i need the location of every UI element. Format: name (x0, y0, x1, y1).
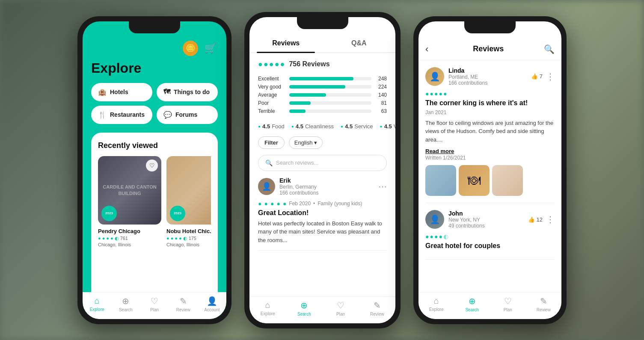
reviewer2-row-linda: 👤 Linda Portland, ME 166 contributions 👍 (425, 67, 555, 86)
bar-num-average: 140 (375, 92, 387, 98)
like-count-linda: 7 (540, 73, 543, 80)
nav-account[interactable]: 👤 Account (198, 296, 226, 312)
reviewer2-info-john: John New York, NY 49 contributions (448, 210, 528, 229)
search-bar[interactable]: 🔍 Search reviews... (258, 155, 387, 171)
restaurants-button[interactable]: 🍴 Restaurants (91, 106, 152, 124)
star2: ● (171, 236, 174, 241)
detail-title: Reviews (433, 44, 544, 53)
like-row-linda[interactable]: 👍 7 (531, 73, 543, 80)
bar-excellent: Excellent 248 (258, 76, 387, 82)
fork-icon: 🍴 (98, 111, 107, 119)
hotel-name-2: Nobu Hotel Chic... (166, 228, 211, 234)
nav-plan[interactable]: ♡ Plan (140, 296, 169, 312)
review-triptype-erik: Family (young kids) (318, 201, 362, 207)
review2-text-linda: The floor to ceiling windows are just am… (425, 119, 555, 144)
nav3-search-label: Search (465, 307, 479, 312)
bar-num-excellent: 248 (375, 76, 387, 82)
bar-label-excellent: Excellent (258, 76, 286, 82)
like-row-john[interactable]: 👍 12 (528, 216, 543, 223)
filter-button[interactable]: Filter (258, 136, 285, 149)
bar-num-verygood: 224 (375, 84, 387, 90)
tab-qa[interactable]: Q&A (323, 34, 396, 52)
chevron-down-icon: ▾ (314, 139, 317, 146)
more-button-john[interactable]: ⋮ (546, 214, 555, 225)
avatar-img-erik: 👤 (258, 178, 275, 195)
nav3-explore-label: Explore (429, 307, 444, 312)
nav2-plan[interactable]: ♡ Plan (323, 300, 359, 316)
notch3 (464, 21, 516, 33)
phone3-content: ‹ Reviews 🔍 👤 Linda Portland, ME (418, 21, 561, 319)
forums-button[interactable]: 💬 Forums (157, 106, 218, 124)
big-star1: ● (258, 60, 263, 69)
review-photo-1[interactable] (425, 165, 456, 196)
reviewer2-contrib-john: 49 contributions (448, 223, 528, 229)
read-more-linda[interactable]: Read more (425, 148, 454, 154)
big-star5: ● (280, 60, 285, 69)
detail-header: ‹ Reviews 🔍 (418, 38, 561, 60)
bar-verygood: Very good 224 (258, 84, 387, 90)
big-star4: ● (275, 60, 279, 69)
hotel-card-1[interactable]: CARDILE AND CANTON BUILDING ♡ 2023 Pendr… (98, 156, 161, 247)
review-photo-3[interactable] (492, 165, 523, 196)
reviewer2-name-linda: Linda (448, 67, 531, 74)
bottom-nav-1: ⌂ Explore ⊕ Search ♡ Plan ✎ Review (83, 292, 226, 319)
metric-value-name: Value (394, 123, 395, 130)
review-date-erik: Feb 2020 (289, 201, 311, 207)
reviewer2-loc-linda: Portland, ME (448, 74, 531, 80)
like-more-linda: 👍 7 ⋮ (531, 71, 555, 82)
bar-terrible: Terrible 63 (258, 108, 387, 114)
hotel-card-2[interactable]: 2023 Nobu Hotel Chic... ● ● ● ● ◐ 175 (166, 156, 211, 247)
notch2 (297, 17, 348, 29)
more-button-linda[interactable]: ⋮ (546, 71, 555, 82)
nav-review[interactable]: ✎ Review (169, 296, 198, 312)
things-to-do-button[interactable]: 🗺 Things to do (157, 83, 218, 101)
review-photo-2[interactable]: 🍽 (459, 165, 490, 196)
nav-explore[interactable]: ⌂ Explore (83, 296, 111, 312)
cart-icon[interactable]: 🛒 (202, 41, 218, 56)
nav3-search[interactable]: ⊕ Search (454, 296, 490, 312)
metric-food-val: 4.5 (262, 123, 270, 130)
nav3-review[interactable]: ✎ Review (526, 296, 562, 312)
bar-average: Average 140 (258, 92, 387, 98)
nav3-plan[interactable]: ♡ Plan (490, 296, 526, 312)
star1: ● (166, 236, 169, 241)
heart-icon3: ♡ (504, 296, 512, 306)
review-count-2: 175 (189, 236, 196, 241)
tab-reviews[interactable]: Reviews (249, 34, 323, 52)
nav2-review[interactable]: ✎ Review (359, 300, 395, 316)
bar-track-verygood (289, 85, 371, 89)
nav2-search[interactable]: ⊕ Search (286, 300, 322, 316)
map-icon: 🗺 (163, 88, 170, 96)
things-label: Things to do (174, 89, 210, 95)
user-icon[interactable]: 🪙 (183, 41, 198, 56)
search-button[interactable]: 🔍 (544, 44, 555, 54)
nav-search[interactable]: ⊕ Search (111, 296, 140, 312)
explore-grid: 🏨 Hotels 🗺 Things to do 🍴 Restaurants 💬 … (91, 83, 218, 124)
nav3-explore[interactable]: ⌂ Explore (418, 296, 454, 312)
search-icon: 🔍 (265, 160, 273, 166)
star1: ● (98, 236, 101, 241)
star2: ● (102, 236, 105, 241)
hotels-button[interactable]: 🏨 Hotels (91, 83, 152, 101)
more-button-1[interactable]: ⋯ (378, 181, 387, 192)
avatar-linda: 👤 (425, 67, 444, 86)
nav-search-label: Search (119, 307, 133, 312)
back-button[interactable]: ‹ (425, 44, 428, 55)
nav-review-label: Review (176, 307, 190, 312)
review2-title-linda: The corner king is where it's at! (425, 99, 555, 107)
favorite-button-1[interactable]: ♡ (146, 160, 158, 171)
reviewer2-name-john: John (448, 210, 528, 217)
overall-stars: ● ● ● ● ● (258, 60, 285, 69)
nav-plan-label: Plan (150, 307, 159, 312)
language-button[interactable]: English ▾ (289, 136, 323, 149)
bar-num-terrible: 63 (375, 108, 387, 114)
nav2-explore[interactable]: ⌂ Explore (249, 300, 286, 316)
bar-track-poor (289, 101, 371, 105)
hotel-stars-2: ● ● ● ● ◐ 175 (166, 236, 211, 241)
pencil-icon: ✎ (180, 296, 187, 306)
avatar-john: 👤 (425, 210, 444, 229)
phones-container: 🪙 🛒 Explore 🏨 Hotels 🗺 Things to do 🍴 (77, 12, 567, 328)
home-icon: ⌂ (95, 296, 100, 306)
review-card-john: 👤 John New York, NY 49 contributions 👍 (425, 210, 555, 260)
metric-service: ● 4.5 Service (341, 123, 373, 130)
